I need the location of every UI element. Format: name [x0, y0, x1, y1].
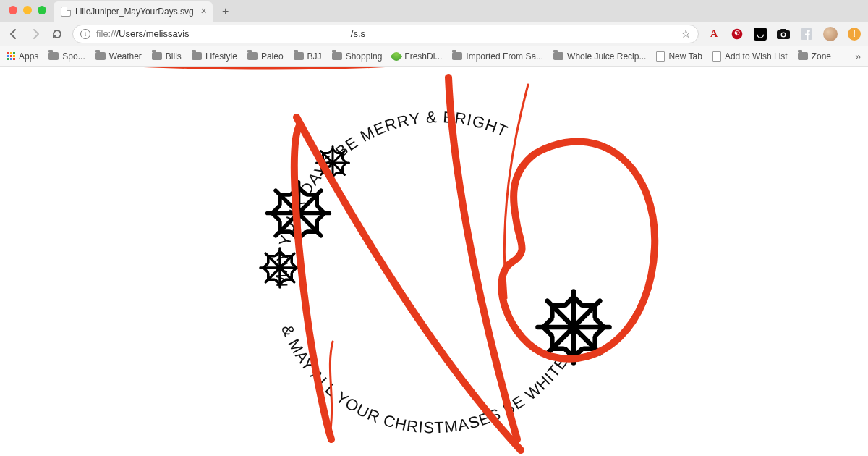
bookmark-link[interactable]: New Tab [656, 51, 702, 62]
folder-icon [95, 52, 106, 60]
page-icon [656, 51, 665, 62]
page-icon [712, 51, 721, 62]
bookmark-label: Shopping [346, 51, 383, 62]
toolbar-extensions: A ◡ ! [707, 27, 861, 41]
bookmark-folder[interactable]: Paleo [247, 51, 284, 62]
bookmark-label: Lifestyle [205, 51, 237, 62]
new-tab-button[interactable]: + [218, 4, 233, 19]
bookmark-folder[interactable]: Zone [798, 51, 831, 62]
folder-icon [798, 52, 808, 60]
bookmark-label: Paleo [261, 51, 284, 62]
svg-point-4 [782, 33, 785, 35]
forward-button[interactable] [29, 28, 42, 41]
leaf-icon [391, 50, 403, 62]
snowflake-icon [534, 287, 613, 367]
bookmark-label: Spo... [62, 51, 85, 62]
snowflake-icon [315, 145, 351, 181]
pocket-icon[interactable]: ◡ [754, 28, 767, 41]
pinterest-icon[interactable] [731, 28, 744, 41]
folder-icon [452, 52, 462, 60]
close-tab-icon[interactable]: × [200, 6, 206, 16]
bookmark-star-icon[interactable]: ☆ [681, 27, 691, 41]
svg-rect-2 [780, 29, 786, 31]
folder-icon [48, 52, 59, 60]
folder-icon [192, 52, 202, 60]
snowflake-icon [258, 246, 302, 290]
url-text: file:///Users/melissavis [96, 28, 190, 39]
url-trail: /s.s [351, 28, 365, 39]
bookmarks-bar: Apps Spo... Weather Bills Lifestyle Pale… [0, 46, 868, 67]
bookmark-link[interactable]: Add to Wish List [712, 51, 788, 62]
apps-label: Apps [19, 51, 38, 62]
file-icon [61, 7, 71, 17]
bookmark-folder[interactable]: Imported From Sa... [452, 51, 543, 62]
bookmark-label: BJJ [307, 51, 322, 62]
alert-badge-icon[interactable]: ! [848, 28, 861, 41]
page-viewport: MAY YOUR DAYS BE MERRY & BRIGHT & MAY AL… [0, 67, 868, 456]
maximize-window-button[interactable] [38, 6, 46, 14]
bookmark-label: Imported From Sa... [466, 51, 543, 62]
bookmark-link[interactable]: FreshDi... [392, 51, 442, 62]
bookmark-label: Whole Juice Recip... [567, 51, 646, 62]
bookmark-folder[interactable]: BJJ [294, 51, 322, 62]
reload-button[interactable] [51, 28, 64, 41]
site-info-icon[interactable]: i [80, 29, 90, 39]
bookmark-label: New Tab [668, 51, 702, 62]
facebook-icon[interactable] [800, 28, 813, 41]
browser-toolbar: i file:///Users/melissavis /s.s ☆ A ◡ ! [0, 22, 868, 46]
apps-grid-icon [7, 52, 15, 60]
window-titlebar: LilleJuniper_MayYourDays.svg × + [0, 0, 868, 22]
folder-icon [247, 52, 258, 60]
minimize-window-button[interactable] [23, 6, 32, 14]
bookmark-folder[interactable]: Shopping [332, 51, 383, 62]
camera-icon[interactable] [777, 28, 790, 41]
traffic-lights [9, 6, 46, 14]
browser-tab[interactable]: LilleJuniper_MayYourDays.svg × [54, 1, 213, 22]
folder-icon [553, 52, 563, 60]
bookmark-folder[interactable]: Bills [152, 51, 182, 62]
close-window-button[interactable] [9, 6, 17, 14]
address-bar[interactable]: i file:///Users/melissavis /s.s ☆ [72, 25, 699, 43]
bookmark-label: FreshDi... [404, 51, 442, 62]
profile-avatar[interactable] [823, 27, 838, 41]
bookmark-label: Zone [812, 51, 831, 62]
circle-text-bottom: & MAY ALL YOUR CHRISTMASES BE WHITE [278, 322, 571, 436]
bookmark-label: Bills [166, 51, 182, 62]
extension-font-icon[interactable]: A [707, 28, 720, 41]
annotation-address-circle [0, 67, 506, 83]
bookmark-folder[interactable]: Whole Juice Recip... [553, 51, 646, 62]
bookmark-label: Add to Wish List [725, 51, 788, 62]
folder-icon [152, 52, 162, 60]
bookmark-folder[interactable]: Lifestyle [192, 51, 237, 62]
folder-icon [294, 52, 304, 60]
bookmark-label: Weather [109, 51, 142, 62]
snowflake-icon [264, 179, 333, 248]
apps-shortcut[interactable]: Apps [7, 51, 38, 62]
folder-icon [332, 52, 342, 60]
back-button[interactable] [7, 28, 20, 41]
bookmark-folder[interactable]: Spo... [48, 51, 85, 62]
bookmarks-overflow-button[interactable]: » [855, 51, 861, 62]
bookmark-folder[interactable]: Weather [95, 51, 142, 62]
tab-title: LilleJuniper_MayYourDays.svg [75, 7, 194, 17]
